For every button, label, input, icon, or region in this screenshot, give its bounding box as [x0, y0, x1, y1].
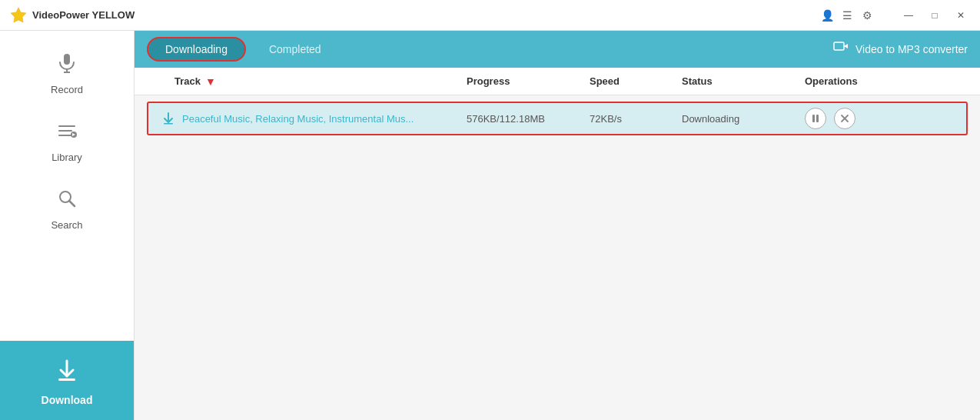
- library-icon: [56, 120, 78, 147]
- converter-button[interactable]: Video to MP3 converter: [832, 39, 968, 60]
- tab-bar: Downloading Completed Video to MP3 conve…: [135, 31, 980, 68]
- col-header-status: Status: [682, 75, 805, 87]
- converter-icon: [832, 39, 849, 60]
- settings-icon[interactable]: ⚙: [860, 8, 874, 22]
- sidebar-item-search[interactable]: Search: [0, 174, 134, 242]
- table-row: Peaceful Music, Relaxing Music, Instrume…: [147, 102, 968, 135]
- downloading-tab[interactable]: Downloading: [147, 37, 246, 62]
- row-status: Downloading: [682, 113, 805, 125]
- minimize-button[interactable]: —: [899, 5, 919, 25]
- svg-rect-14: [164, 123, 173, 125]
- row-operations: [805, 108, 960, 129]
- converter-label: Video to MP3 converter: [855, 43, 968, 55]
- main-layout: Record Library Search: [0, 31, 980, 420]
- svg-marker-0: [11, 8, 26, 22]
- svg-line-10: [69, 201, 75, 206]
- svg-rect-16: [816, 115, 819, 122]
- window-controls: 👤 ☰ ⚙ — □ ✕: [820, 5, 971, 25]
- pause-button[interactable]: [805, 108, 826, 129]
- column-headers: Track ▼ Progress Speed Status Operations: [135, 68, 980, 95]
- col-header-speed: Speed: [590, 75, 682, 87]
- sidebar-item-download[interactable]: Download: [0, 341, 134, 420]
- content-area: Downloading Completed Video to MP3 conve…: [135, 31, 980, 420]
- microphone-icon: [56, 52, 78, 79]
- completed-tab[interactable]: Completed: [252, 37, 338, 62]
- list-icon[interactable]: ☰: [840, 8, 854, 22]
- row-track-title: Peaceful Music, Relaxing Music, Instrume…: [182, 113, 467, 125]
- title-bar: VideoPower YELLOW 👤 ☰ ⚙ — □ ✕: [0, 0, 980, 31]
- maximize-button[interactable]: □: [925, 5, 945, 25]
- row-download-icon: [154, 112, 182, 125]
- svg-rect-12: [834, 42, 844, 50]
- download-icon: [54, 358, 80, 389]
- sort-arrow-icon: ▼: [205, 75, 216, 88]
- library-label: Library: [51, 152, 82, 163]
- app-name: VideoPower YELLOW: [32, 9, 135, 21]
- record-label: Record: [51, 84, 83, 95]
- svg-rect-1: [64, 54, 70, 65]
- sidebar-item-library[interactable]: Library: [0, 106, 134, 174]
- download-label: Download: [42, 394, 93, 406]
- row-progress: 576KB/112.18MB: [467, 113, 590, 125]
- search-icon: [56, 188, 78, 215]
- sidebar: Record Library Search: [0, 31, 135, 420]
- col-header-operations: Operations: [805, 75, 968, 87]
- logo-icon: [9, 6, 28, 25]
- col-header-track: Track ▼: [174, 75, 467, 88]
- svg-rect-15: [812, 115, 815, 122]
- col-header-progress: Progress: [467, 75, 590, 87]
- app-logo: VideoPower YELLOW: [9, 6, 135, 25]
- sidebar-item-record[interactable]: Record: [0, 38, 134, 106]
- cancel-button[interactable]: [834, 108, 855, 129]
- svg-rect-11: [58, 378, 75, 381]
- search-label: Search: [51, 219, 82, 231]
- row-speed: 72KB/s: [590, 113, 682, 125]
- user-icon[interactable]: 👤: [820, 8, 834, 22]
- download-list: Peaceful Music, Relaxing Music, Instrume…: [135, 95, 980, 420]
- close-button[interactable]: ✕: [951, 5, 971, 25]
